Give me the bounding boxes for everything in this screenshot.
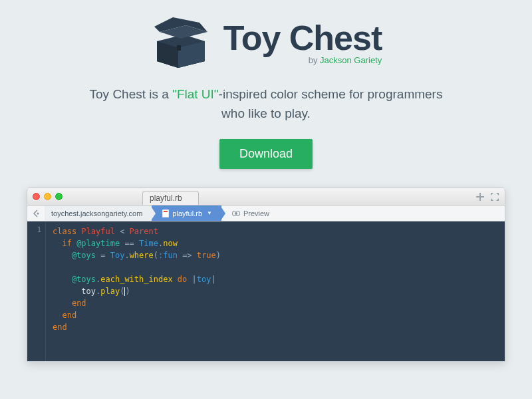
file-tab[interactable]: playful.rb <box>142 191 199 205</box>
title-block: Toy Chest by Jackson Gariety <box>223 18 382 65</box>
code-token: | <box>211 275 215 284</box>
byline-prefix: by <box>309 55 320 65</box>
code-token: = <box>96 251 110 260</box>
tagline-pre: Toy Chest is a <box>90 87 173 101</box>
code-token: do <box>173 275 192 284</box>
code-content[interactable]: class Playful < Parent if @playtime == T… <box>46 221 505 361</box>
code-token: ) <box>125 287 130 296</box>
ruby-file-icon <box>162 209 169 217</box>
code-token: | <box>192 275 197 284</box>
code-token: end <box>72 299 86 308</box>
page-title: Toy Chest <box>223 18 382 58</box>
code-token: :fun <box>158 251 178 260</box>
line-number: 1 <box>27 225 41 234</box>
editor-window: playful.rb toychest.jacksongariety.com p… <box>27 188 505 362</box>
line-gutter: 1 <box>27 221 46 361</box>
code-token: => <box>178 251 197 260</box>
author-link[interactable]: Jackson Gariety <box>320 55 382 65</box>
code-token: Playful <box>76 227 115 236</box>
code-token: play <box>100 287 120 296</box>
chest-icon <box>150 15 211 68</box>
window-close-icon[interactable] <box>33 193 40 200</box>
breadcrumb-file-label: playful.rb <box>172 209 202 217</box>
code-token: toy <box>81 287 96 296</box>
code-token: where <box>130 251 154 260</box>
code-token: ( <box>154 251 158 260</box>
code-token: ( <box>120 287 124 296</box>
code-token: < <box>115 227 130 236</box>
code-token: == <box>120 239 139 248</box>
breadcrumb-domain[interactable]: toychest.jacksongariety.com <box>45 205 152 221</box>
code-token: @toys <box>72 275 96 284</box>
breadcrumb: toychest.jacksongariety.com playful.rb ▼… <box>27 205 505 221</box>
breadcrumb-preview-label: Preview <box>243 209 269 217</box>
code-token: each_with_index <box>100 275 172 284</box>
code-token: @playtime <box>72 239 120 248</box>
code-token: Parent <box>130 227 158 236</box>
code-token: now <box>163 239 178 248</box>
download-button[interactable]: Download <box>219 139 313 169</box>
svg-rect-0 <box>177 45 181 51</box>
code-token: if <box>62 239 71 248</box>
traffic-lights <box>33 193 63 200</box>
code-token: true <box>197 251 216 260</box>
code-token: . <box>124 251 129 260</box>
nav-back-icon[interactable] <box>27 209 45 217</box>
chevron-down-icon: ▼ <box>207 210 212 216</box>
code-token: @toys <box>72 251 96 260</box>
byline: by Jackson Gariety <box>309 55 382 65</box>
page-header: Toy Chest by Jackson Gariety <box>150 15 382 68</box>
tagline: Toy Chest is a "Flat UI"-inspired color … <box>80 85 452 123</box>
code-token: end <box>62 311 76 320</box>
breadcrumb-file[interactable]: playful.rb ▼ <box>152 205 221 221</box>
code-area: 1 class Playful < Parent if @playtime ==… <box>27 221 505 361</box>
expand-icon[interactable] <box>490 192 499 201</box>
breadcrumb-preview[interactable]: Preview <box>221 205 279 221</box>
code-token: end <box>53 323 67 332</box>
breadcrumb-domain-label: toychest.jacksongariety.com <box>51 209 142 217</box>
code-token: class <box>53 227 76 236</box>
eye-icon <box>232 211 240 216</box>
window-minimize-icon[interactable] <box>44 193 51 200</box>
tagline-post: -inspired color scheme for programmers w… <box>219 87 443 120</box>
code-token: Toy <box>110 251 125 260</box>
window-titlebar: playful.rb <box>27 188 505 205</box>
code-token: Time <box>139 239 158 248</box>
titlebar-controls <box>475 192 499 201</box>
window-maximize-icon[interactable] <box>55 193 63 200</box>
svg-point-1 <box>37 212 39 214</box>
code-token: ) <box>216 251 221 260</box>
code-token: toy <box>197 275 211 284</box>
tagline-highlight: "Flat UI" <box>172 87 218 101</box>
new-tab-icon[interactable] <box>475 192 485 201</box>
